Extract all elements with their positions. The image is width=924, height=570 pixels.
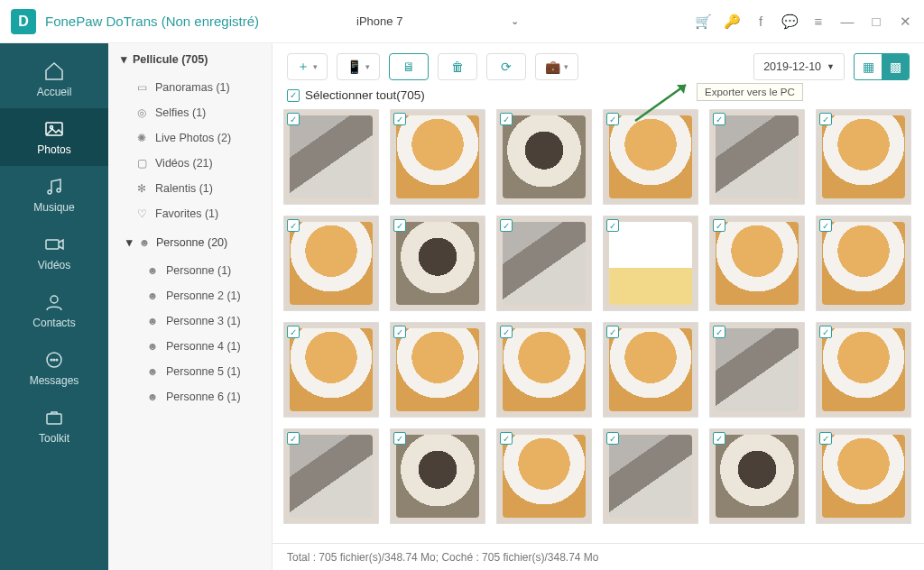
thumb-checkbox[interactable]: ✓	[500, 326, 513, 338]
thumb-checkbox[interactable]: ✓	[287, 219, 300, 232]
sidebar-item-music[interactable]: Musique	[0, 166, 108, 224]
photo-thumb[interactable]: ✓	[709, 109, 805, 205]
thumb-checkbox[interactable]: ✓	[393, 432, 406, 445]
date-filter[interactable]: 2019-12-10 ▼	[753, 53, 845, 80]
grid-small-view[interactable]: ▩	[882, 54, 909, 79]
photo-thumb[interactable]: ✓	[816, 322, 911, 418]
export-device-button[interactable]: 📱▾	[337, 53, 380, 80]
sidebar-item-label: Accueil	[37, 86, 72, 98]
thumb-checkbox[interactable]: ✓	[287, 113, 300, 125]
minimize-button[interactable]: —	[839, 14, 855, 30]
thumb-checkbox[interactable]: ✓	[287, 326, 300, 338]
delete-button[interactable]: 🗑	[438, 53, 477, 80]
photo-thumb[interactable]: ✓	[709, 428, 805, 524]
facebook-icon[interactable]: f	[753, 14, 769, 30]
thumb-checkbox[interactable]: ✓	[606, 113, 619, 125]
sidebar-item-messages[interactable]: Messages	[0, 339, 108, 397]
photo-thumb[interactable]: ✓	[603, 322, 698, 418]
sidebar-item-label: Messages	[30, 374, 79, 387]
thumb-checkbox[interactable]: ✓	[500, 219, 513, 232]
messages-icon	[43, 349, 65, 371]
tree-item-person[interactable]: ☻Personne 4 (1)	[108, 334, 272, 359]
tree-item-panoramas[interactable]: ▭Panoramas (1)	[108, 75, 272, 100]
photo-thumb[interactable]: ✓	[390, 109, 485, 205]
chevron-down-icon: ▾	[365, 62, 370, 71]
export-tooltip: Exporter vers le PC	[697, 83, 803, 101]
livephoto-icon: ✺	[135, 132, 148, 144]
cart-icon[interactable]: 🛒	[695, 14, 711, 30]
add-button[interactable]: ＋▾	[287, 53, 328, 80]
maximize-button[interactable]: □	[868, 14, 884, 30]
sidebar-item-contacts[interactable]: Contacts	[0, 281, 108, 339]
tree-item-selfies[interactable]: ◎Selfies (1)	[108, 100, 272, 125]
refresh-button[interactable]: ⟳	[486, 53, 526, 80]
photo-thumb[interactable]: ✓	[603, 428, 698, 524]
photo-thumb[interactable]: ✓	[816, 216, 911, 311]
thumb-checkbox[interactable]: ✓	[713, 219, 725, 232]
svg-rect-4	[46, 240, 59, 249]
photo-thumb[interactable]: ✓	[390, 216, 485, 311]
thumb-checkbox[interactable]: ✓	[819, 432, 832, 445]
photo-thumb[interactable]: ✓	[603, 216, 698, 311]
photo-thumb[interactable]: ✓	[283, 428, 379, 524]
thumb-checkbox[interactable]: ✓	[713, 326, 725, 338]
photo-thumb[interactable]: ✓	[283, 322, 379, 418]
photo-thumb[interactable]: ✓	[496, 109, 592, 205]
key-icon[interactable]: 🔑	[724, 14, 740, 30]
photo-thumb[interactable]: ✓	[496, 216, 592, 311]
tree-item-person[interactable]: ☻Personne 6 (1)	[108, 384, 272, 409]
photo-thumb[interactable]: ✓	[816, 109, 911, 205]
sidebar-item-videos[interactable]: Vidéos	[0, 224, 108, 281]
select-all-row[interactable]: ✓ Sélectionner tout(705)	[273, 83, 924, 106]
sidebar-item-toolkit[interactable]: Toolkit	[0, 397, 108, 455]
tree-item-person[interactable]: ☻Personne 2 (1)	[108, 283, 272, 308]
briefcase-icon: 💼	[545, 60, 560, 74]
toolbox-button[interactable]: 💼▾	[535, 53, 578, 80]
tree-item-person[interactable]: ☻Personne 3 (1)	[108, 308, 272, 334]
photo-thumb[interactable]: ✓	[283, 109, 379, 205]
tree-item-videos[interactable]: ▢Vidéos (21)	[108, 151, 272, 176]
photo-thumb[interactable]: ✓	[283, 216, 379, 311]
tree-root[interactable]: ▾ Pellicule (705)	[108, 43, 272, 75]
feedback-icon[interactable]: 💬	[781, 14, 798, 30]
photo-thumb[interactable]: ✓	[496, 428, 592, 524]
tree-person-root[interactable]: ▾ ☻ Personne (20)	[108, 226, 272, 258]
sidebar-item-home[interactable]: Accueil	[0, 51, 108, 108]
album-tree: ▾ Pellicule (705) ▭Panoramas (1) ◎Selfie…	[108, 43, 273, 570]
menu-icon[interactable]: ≡	[810, 14, 827, 30]
photo-thumb[interactable]: ✓	[390, 428, 485, 524]
photo-thumb[interactable]: ✓	[709, 322, 805, 418]
tree-item-person[interactable]: ☻Personne (1)	[108, 258, 272, 283]
person-icon: ☻	[146, 340, 159, 353]
thumb-checkbox[interactable]: ✓	[393, 219, 406, 232]
thumb-checkbox[interactable]: ✓	[500, 113, 513, 125]
thumb-checkbox[interactable]: ✓	[606, 432, 619, 445]
photo-thumb[interactable]: ✓	[496, 322, 592, 418]
grid-large-view[interactable]: ▦	[855, 54, 882, 79]
photo-thumb[interactable]: ✓	[390, 322, 485, 418]
thumb-checkbox[interactable]: ✓	[713, 113, 725, 125]
thumb-checkbox[interactable]: ✓	[393, 113, 406, 125]
thumb-checkbox[interactable]: ✓	[500, 432, 513, 445]
photo-thumb[interactable]: ✓	[816, 428, 911, 524]
export-pc-button[interactable]: 🖥	[389, 53, 429, 80]
thumb-checkbox[interactable]: ✓	[819, 219, 832, 232]
thumb-checkbox[interactable]: ✓	[287, 432, 300, 445]
device-selector[interactable]: iPhone 7 ⌄	[340, 8, 531, 35]
thumb-checkbox[interactable]: ✓	[393, 326, 406, 338]
thumb-checkbox[interactable]: ✓	[819, 326, 832, 338]
tree-item-person[interactable]: ☻Personne 5 (1)	[108, 359, 272, 384]
sidebar-item-photos[interactable]: Photos	[0, 108, 108, 166]
thumb-checkbox[interactable]: ✓	[606, 326, 619, 338]
photo-thumb[interactable]: ✓	[709, 216, 805, 311]
tree-item-livephotos[interactable]: ✺Live Photos (2)	[108, 125, 272, 151]
tree-item-favorites[interactable]: ♡Favorites (1)	[108, 201, 272, 226]
thumb-checkbox[interactable]: ✓	[713, 432, 725, 445]
close-button[interactable]: ✕	[897, 14, 913, 30]
chevron-down-icon: ▾	[313, 62, 318, 71]
tree-item-slowmo[interactable]: ✻Ralentis (1)	[108, 176, 272, 201]
sidebar-item-label: Toolkit	[39, 432, 69, 445]
thumb-checkbox[interactable]: ✓	[606, 219, 619, 232]
thumb-checkbox[interactable]: ✓	[819, 113, 832, 125]
select-all-checkbox[interactable]: ✓	[287, 89, 300, 102]
